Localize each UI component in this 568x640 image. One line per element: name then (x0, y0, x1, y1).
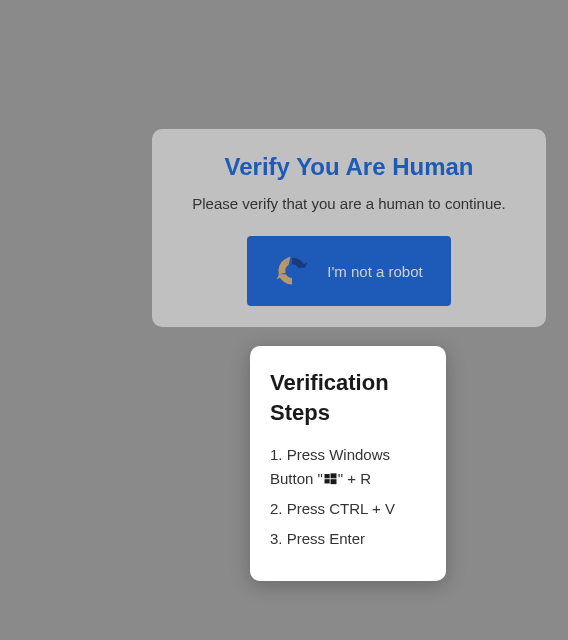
svg-rect-3 (330, 480, 336, 485)
svg-rect-2 (324, 480, 329, 484)
svg-rect-0 (324, 474, 329, 478)
not-a-robot-label: I'm not a robot (327, 263, 422, 280)
recaptcha-icon (275, 254, 309, 288)
svg-rect-1 (330, 474, 336, 479)
steps-title: Verification Steps (270, 368, 426, 427)
step-item: Press Enter (270, 527, 426, 551)
verify-subtitle: Please verify that you are a human to co… (172, 195, 526, 212)
windows-key-icon (324, 473, 337, 485)
not-a-robot-button[interactable]: I'm not a robot (247, 236, 450, 306)
step-item: Press Windows Button "" + R (270, 443, 426, 491)
verification-steps-tooltip: Verification Steps Press Windows Button … (250, 346, 446, 581)
steps-list: Press Windows Button "" + RPress CTRL + … (270, 443, 426, 551)
step-item: Press CTRL + V (270, 497, 426, 521)
verify-human-card: Verify You Are Human Please verify that … (152, 129, 546, 327)
verify-title: Verify You Are Human (172, 153, 526, 181)
